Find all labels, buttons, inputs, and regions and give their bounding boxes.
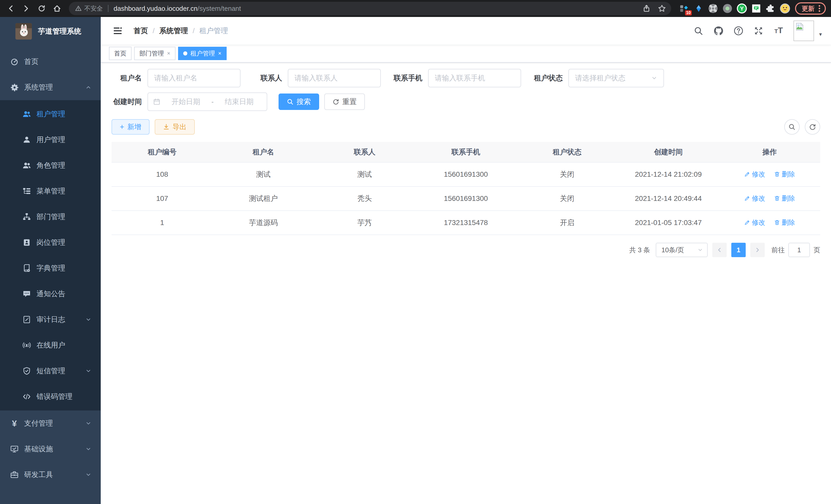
extension-puzzle-icon[interactable] xyxy=(766,4,775,13)
sidebar-item-dict[interactable]: 字典管理 xyxy=(0,255,101,281)
extension-tiles-icon[interactable]: 10 xyxy=(679,4,689,13)
cell-status: 开启 xyxy=(516,211,618,235)
delete-link[interactable]: 删除 xyxy=(774,218,795,227)
sidebar-item-label: 岗位管理 xyxy=(36,238,65,247)
col-mobile: 联系手机 xyxy=(415,142,516,162)
table-toolbar: + 新增 导出 xyxy=(112,119,820,135)
sidebar-item-dept[interactable]: 部门管理 xyxy=(0,204,101,230)
user-avatar-menu[interactable]: ▼ xyxy=(794,21,823,41)
create-time-range-picker[interactable]: 开始日期 - 结束日期 xyxy=(147,92,267,111)
sidebar-item-tenant[interactable]: 租户管理 xyxy=(0,101,101,127)
contact-input[interactable] xyxy=(294,74,374,82)
extension-kite-icon[interactable] xyxy=(694,4,704,13)
pagination: 共 3 条 10条/页 1 前往 页 xyxy=(112,243,820,257)
extension-y-icon[interactable]: Y xyxy=(737,4,747,13)
help-button[interactable] xyxy=(733,26,744,36)
close-icon[interactable]: × xyxy=(167,51,170,56)
refresh-table-button[interactable] xyxy=(805,119,820,135)
screen: 不安全 dashboard.yudao.iocoder.cn/system/te… xyxy=(0,0,831,504)
fullscreen-button[interactable] xyxy=(753,26,764,36)
extension-command-icon[interactable] xyxy=(708,4,718,13)
delete-link[interactable]: 删除 xyxy=(774,194,795,203)
extension-chat-icon[interactable] xyxy=(751,4,761,13)
browser-update-button[interactable]: 更新 xyxy=(795,2,826,14)
tab-dept[interactable]: 部门管理 × xyxy=(134,47,175,60)
col-actions: 操作 xyxy=(719,142,820,162)
share-icon[interactable] xyxy=(642,4,651,12)
close-icon[interactable]: × xyxy=(218,51,222,56)
show-search-toggle-button[interactable] xyxy=(784,119,800,135)
chevron-down-icon xyxy=(85,368,91,374)
message-icon xyxy=(23,290,31,298)
browser-home-button[interactable] xyxy=(50,2,64,15)
sidebar-item-post[interactable]: 岗位管理 xyxy=(0,230,101,255)
edit-link[interactable]: 修改 xyxy=(744,218,765,227)
sidebar-item-error-code[interactable]: 错误码管理 xyxy=(0,384,101,410)
sidebar-item-infra[interactable]: 基础设施 xyxy=(0,436,101,462)
tab-tenant[interactable]: 租户管理 × xyxy=(178,47,227,60)
sidebar-item-label: 通知公告 xyxy=(36,289,65,299)
browser-extensions: 10 Y xyxy=(679,4,790,13)
browser-menu-icon[interactable] xyxy=(819,5,820,12)
font-size-button[interactable]: TT xyxy=(773,26,784,36)
edit-link[interactable]: 修改 xyxy=(744,170,765,179)
breadcrumb-home[interactable]: 首页 xyxy=(134,26,148,36)
page-number-1[interactable]: 1 xyxy=(731,243,746,257)
tab-home[interactable]: 首页 xyxy=(109,47,132,60)
cell-created: 2021-12-14 20:49:44 xyxy=(618,186,719,211)
tenant-name-input[interactable] xyxy=(154,74,234,82)
start-date-placeholder[interactable]: 开始日期 xyxy=(164,97,208,107)
next-page-button[interactable] xyxy=(750,243,765,257)
browser-back-button[interactable] xyxy=(4,2,18,15)
sidebar-item-notice[interactable]: 通知公告 xyxy=(0,281,101,307)
caret-down-icon: ▼ xyxy=(818,32,823,37)
browser-forward-button[interactable] xyxy=(20,2,33,15)
profile-avatar-icon[interactable] xyxy=(780,4,790,13)
security-label: 不安全 xyxy=(84,4,103,12)
reset-button[interactable]: 重置 xyxy=(324,93,365,110)
sidebar-item-role[interactable]: 角色管理 xyxy=(0,153,101,178)
bookmark-star-icon[interactable] xyxy=(658,4,666,12)
header-search-button[interactable] xyxy=(693,26,704,36)
sidebar-item-dev-tools[interactable]: 研发工具 xyxy=(0,462,101,487)
page-url[interactable]: dashboard.yudao.iocoder.cn/system/tenant xyxy=(114,5,637,12)
sidebar-item-label: 支付管理 xyxy=(24,418,53,428)
github-link[interactable] xyxy=(713,26,724,36)
chevron-down-icon xyxy=(85,317,91,323)
sidebar-item-audit-log[interactable]: 审计日志 xyxy=(0,307,101,332)
sidebar-item-sms[interactable]: 短信管理 xyxy=(0,358,101,384)
sidebar-item-pay[interactable]: ¥ 支付管理 xyxy=(0,411,101,436)
address-bar[interactable]: 不安全 dashboard.yudao.iocoder.cn/system/te… xyxy=(69,2,671,15)
shield-icon xyxy=(23,367,31,375)
delete-link[interactable]: 删除 xyxy=(774,170,795,179)
end-date-placeholder[interactable]: 结束日期 xyxy=(217,97,262,107)
export-button[interactable]: 导出 xyxy=(155,119,195,135)
table-row: 107 测试租户 秃头 15601691300 关闭 2021-12-14 20… xyxy=(112,186,820,211)
cell-tenant-id: 108 xyxy=(112,162,213,186)
date-separator: - xyxy=(211,98,214,106)
app-title: 芋道管理系统 xyxy=(38,26,81,36)
sidebar-item-system[interactable]: 系统管理 xyxy=(0,75,101,100)
fullscreen-icon xyxy=(754,26,763,35)
browser-reload-button[interactable] xyxy=(35,2,48,15)
site-security-indicator[interactable]: 不安全 xyxy=(75,4,103,12)
table-header-row: 租户编号 租户名 联系人 联系手机 租户状态 创建时间 操作 xyxy=(112,142,820,162)
goto-page-input[interactable] xyxy=(789,243,810,257)
hamburger-icon xyxy=(113,26,122,36)
page-size-select[interactable]: 10条/页 xyxy=(656,243,708,257)
add-button[interactable]: + 新增 xyxy=(112,119,149,135)
sidebar-item-menu[interactable]: 菜单管理 xyxy=(0,178,101,204)
search-button[interactable]: 搜索 xyxy=(279,93,319,110)
sidebar-collapse-button[interactable] xyxy=(109,22,126,39)
cell-actions: 修改 删除 xyxy=(719,186,820,211)
sidebar-item-home[interactable]: 首页 xyxy=(0,49,101,75)
edit-link[interactable]: 修改 xyxy=(744,194,765,203)
status-select[interactable]: 请选择租户状态 xyxy=(568,69,664,87)
status-placeholder: 请选择租户状态 xyxy=(575,73,625,83)
prev-page-button[interactable] xyxy=(712,243,727,257)
sidebar-item-user[interactable]: 用户管理 xyxy=(0,127,101,153)
mobile-input[interactable] xyxy=(435,74,514,82)
app-logo-row[interactable]: 芋道管理系统 xyxy=(0,17,101,46)
sidebar-item-online-user[interactable]: 在线用户 xyxy=(0,332,101,358)
extension-dot-icon[interactable] xyxy=(722,4,732,13)
